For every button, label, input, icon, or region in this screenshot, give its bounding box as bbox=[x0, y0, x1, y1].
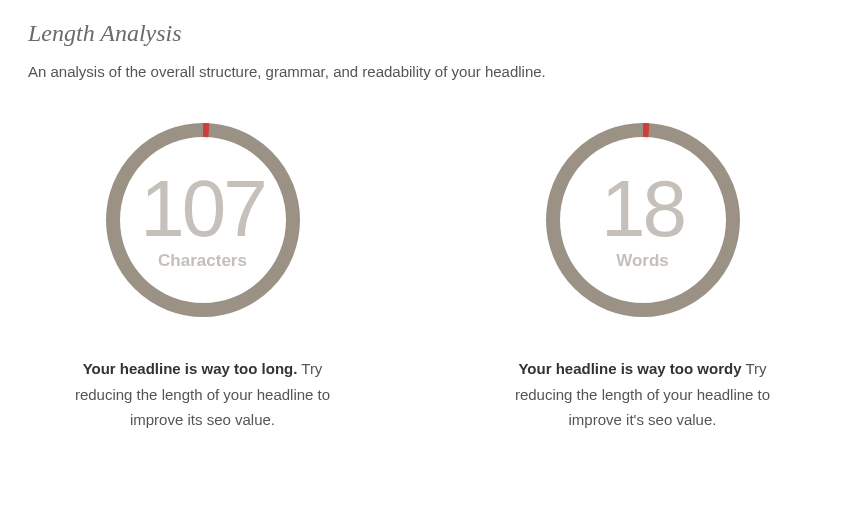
words-unit: Words bbox=[616, 251, 669, 271]
gauge-center: 18 Words bbox=[543, 120, 743, 320]
characters-message: Your headline is way too long. Try reduc… bbox=[58, 356, 348, 433]
section-title: Length Analysis bbox=[28, 20, 817, 47]
words-gauge: 18 Words bbox=[543, 120, 743, 320]
gauge-center: 107 Characters bbox=[103, 120, 303, 320]
section-subtitle: An analysis of the overall structure, gr… bbox=[28, 63, 817, 80]
characters-gauge-block: 107 Characters Your headline is way too … bbox=[53, 120, 353, 433]
characters-message-bold: Your headline is way too long. bbox=[83, 360, 298, 377]
characters-gauge: 107 Characters bbox=[103, 120, 303, 320]
characters-value: 107 bbox=[140, 169, 264, 249]
words-message-bold: Your headline is way too wordy bbox=[518, 360, 741, 377]
gauges-container: 107 Characters Your headline is way too … bbox=[28, 120, 817, 433]
words-message: Your headline is way too wordy Try reduc… bbox=[498, 356, 788, 433]
characters-unit: Characters bbox=[158, 251, 247, 271]
words-value: 18 bbox=[601, 169, 684, 249]
words-gauge-block: 18 Words Your headline is way too wordy … bbox=[493, 120, 793, 433]
